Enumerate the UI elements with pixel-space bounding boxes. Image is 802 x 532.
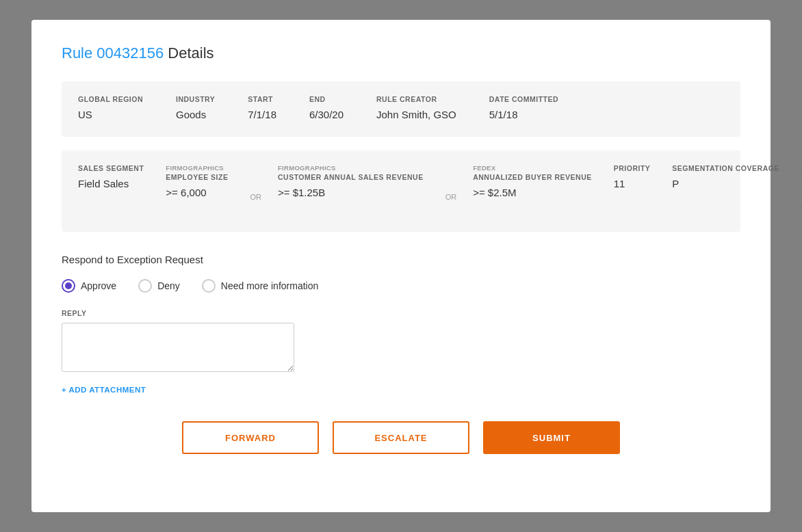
col-start: START 7/1/18 <box>248 95 276 120</box>
col-sales-segment: SALES SEGMENT Field Sales <box>78 164 144 189</box>
annualized-value: >= $2.5M <box>473 187 592 198</box>
customer-annual-label: CUSTOMER ANNUAL SALES REVENUE <box>278 173 424 181</box>
employee-size-label: EMPLOYEE SIZE <box>166 173 228 181</box>
radio-more-info-label: Need more information <box>221 280 318 291</box>
radio-group: Approve Deny Need more information <box>62 279 740 293</box>
col-end: END 6/30/20 <box>309 95 344 120</box>
or-2: OR <box>445 193 457 201</box>
industry-label: INDUSTRY <box>176 95 215 103</box>
reply-label: REPLY <box>62 309 740 317</box>
info-section-1: GLOBAL REGION US INDUSTRY Goods START 7/… <box>62 81 740 137</box>
rule-creator-value: John Smith, GSO <box>376 109 456 120</box>
submit-button[interactable]: SUBMIT <box>483 421 620 454</box>
reply-textarea[interactable] <box>62 323 294 372</box>
respond-section: Respond to Exception Request Approve Den… <box>62 254 740 416</box>
start-label: START <box>248 95 276 103</box>
col-industry: INDUSTRY Goods <box>176 95 215 120</box>
date-committed-label: DATE COMMITTED <box>489 95 558 103</box>
col-priority: PRIORITY 11 <box>614 164 651 189</box>
industry-value: Goods <box>176 109 215 120</box>
rule-creator-suffix: , GSO <box>428 109 456 120</box>
segmentation-value: P <box>672 178 779 189</box>
customer-annual-value: >= $1.25B <box>278 187 424 198</box>
sales-segment-label: SALES SEGMENT <box>78 164 144 172</box>
col-segmentation: SEGMENTATION COVERAGE P <box>672 164 779 189</box>
firmographics-2-label: FIRMOGRAPHICS <box>278 164 424 172</box>
radio-more-info-circle[interactable] <box>202 279 216 293</box>
radio-approve-circle[interactable] <box>62 279 75 293</box>
global-region-label: GLOBAL REGION <box>78 95 143 103</box>
forward-button[interactable]: FORWARD <box>182 421 319 454</box>
radio-deny-circle[interactable] <box>138 279 152 293</box>
col-employee-size: FIRMOGRAPHICS EMPLOYEE SIZE >= 6,000 <box>166 164 228 198</box>
col-date-committed: DATE COMMITTED 5/1/18 <box>489 95 558 120</box>
rule-creator-label: RULE CREATOR <box>376 95 456 103</box>
priority-value: 11 <box>614 178 651 189</box>
or-1: OR <box>250 193 261 201</box>
reply-field-group: REPLY <box>62 309 740 375</box>
page-title: Rule 00432156 Details <box>62 44 740 62</box>
radio-approve[interactable]: Approve <box>62 279 116 293</box>
col-customer-annual: FIRMOGRAPHICS CUSTOMER ANNUAL SALES REVE… <box>278 164 424 198</box>
detail-grid: SALES SEGMENT Field Sales FIRMOGRAPHICS … <box>78 164 724 213</box>
add-attachment-link[interactable]: + ADD ATTACHMENT <box>62 386 146 394</box>
info-grid-1: GLOBAL REGION US INDUSTRY Goods START 7/… <box>78 95 724 120</box>
date-committed-value: 5/1/18 <box>489 109 558 120</box>
main-card: Rule 00432156 Details GLOBAL REGION US I… <box>31 20 771 512</box>
page-title-rest: Details <box>164 44 214 62</box>
respond-title: Respond to Exception Request <box>62 254 740 265</box>
col-global-region: GLOBAL REGION US <box>78 95 143 120</box>
global-region-value: US <box>78 109 143 120</box>
priority-label: PRIORITY <box>614 164 651 172</box>
segmentation-label: SEGMENTATION COVERAGE <box>672 164 779 172</box>
rule-creator-link[interactable]: John Smith <box>376 109 428 120</box>
start-value: 7/1/18 <box>248 109 276 120</box>
firmographics-1-label: FIRMOGRAPHICS <box>166 164 228 172</box>
radio-deny-label: Deny <box>157 280 180 291</box>
radio-approve-label: Approve <box>81 280 116 291</box>
sales-segment-value: Field Sales <box>78 178 144 189</box>
annualized-label: ANNUALIZED BUYER REVENUE <box>473 173 592 181</box>
end-value: 6/30/20 <box>309 109 344 120</box>
escalate-button[interactable]: ESCALATE <box>333 421 469 454</box>
info-section-2: SALES SEGMENT Field Sales FIRMOGRAPHICS … <box>62 150 740 232</box>
employee-size-value: >= 6,000 <box>166 187 228 198</box>
col-annualized: FEDEX ANNUALIZED BUYER REVENUE >= $2.5M <box>473 164 592 198</box>
rule-link[interactable]: Rule 00432156 <box>62 44 164 62</box>
button-row: FORWARD ESCALATE SUBMIT <box>62 421 740 454</box>
radio-deny[interactable]: Deny <box>138 279 180 293</box>
end-label: END <box>309 95 344 103</box>
radio-more-info[interactable]: Need more information <box>202 279 318 293</box>
col-rule-creator: RULE CREATOR John Smith, GSO <box>376 95 456 120</box>
fedex-label: FEDEX <box>473 164 592 172</box>
radio-approve-inner <box>65 282 72 289</box>
